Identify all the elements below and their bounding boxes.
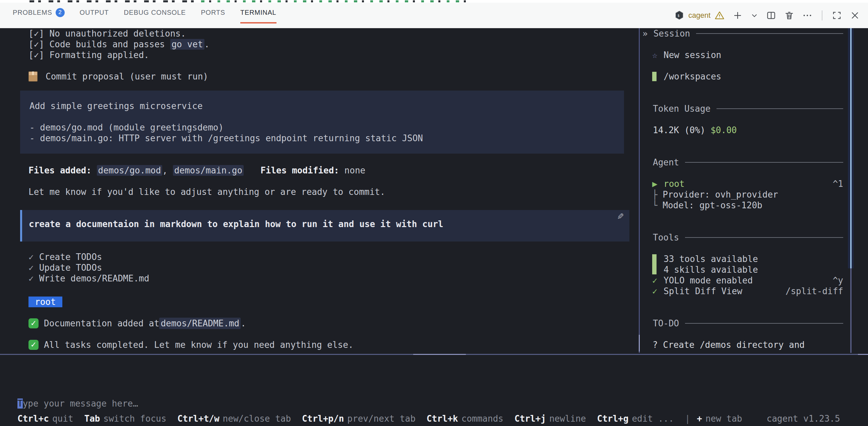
more-actions-button[interactable]: [802, 10, 812, 21]
edit-pencil-icon[interactable]: ✎: [617, 211, 624, 222]
close-panel-button[interactable]: [850, 10, 860, 21]
tab-terminal-label: TERMINAL: [240, 2, 277, 23]
success-check-icon: ✓: [29, 340, 38, 350]
assistant-result-line: ✓All tasks completed. Let me know if you…: [20, 339, 639, 350]
maximize-panel-button[interactable]: [832, 10, 842, 21]
app-version: cagent v1.23.5: [767, 414, 840, 424]
star-icon: ☆: [652, 50, 663, 60]
files-summary-line: Files added: demos/go.mod, demos/main.go…: [20, 165, 639, 176]
section-header-agent: Agent: [640, 157, 843, 168]
section-rule: [685, 323, 843, 324]
package-icon: [29, 72, 37, 82]
terminal-instance-selector[interactable]: $ cagent: [674, 10, 724, 21]
agent-shortcut: ^1: [833, 178, 843, 189]
assistant-result-line: ✓Documentation added at demos/README.md.: [20, 318, 639, 329]
session-sidebar: »Session ☆New session /workspaces Token …: [639, 28, 868, 353]
new-session-button[interactable]: ☆New session: [640, 50, 843, 60]
todo-progress-item: ✓Update TODOs: [20, 262, 639, 273]
todo-progress-item: ✓Write demos/README.md: [20, 273, 639, 284]
tab-ports[interactable]: PORTS: [201, 3, 225, 22]
sidebar-scrollbar-thumb[interactable]: [850, 28, 851, 268]
section-header-session: »Session: [640, 28, 843, 39]
panel-tabs: PROBLEMS2 OUTPUT DEBUG CONSOLE PORTS TER…: [13, 3, 277, 28]
commit-bullet: - demos/main.go: HTTP server with /greet…: [30, 133, 624, 144]
yolo-shortcut: ^y: [833, 275, 843, 286]
text-cursor: T: [18, 398, 23, 408]
check-icon: ✓: [652, 286, 663, 296]
user-message-text: create a documentaion in markdown to exp…: [29, 219, 443, 229]
divider-highlight-segment: [413, 354, 466, 355]
todo-progress-item: ✓Create TODOs: [20, 252, 639, 262]
agent-badge: root: [29, 296, 62, 307]
vscode-terminal-panel: PROBLEMS2 OUTPUT DEBUG CONSOLE PORTS TER…: [0, 0, 868, 426]
terminal-viewport: [✓] No unauthorized deletions. [✓] Code …: [0, 28, 868, 426]
tab-debug-console-label: DEBUG CONSOLE: [124, 2, 186, 23]
tab-debug-console[interactable]: DEBUG CONSOLE: [124, 3, 186, 22]
sidebar-border-highlight: [639, 335, 640, 351]
divider-highlight-segment: [858, 354, 868, 355]
terminal-instance-label: cagent: [688, 11, 711, 20]
section-header-tools: Tools: [640, 232, 843, 243]
sidebar-scrollbar-lower-track: [850, 268, 851, 353]
todo-progress-list: ✓Create TODOs ✓Update TODOs ✓Write demos…: [20, 252, 639, 284]
commit-proposal-heading: Commit proposal (user must run): [20, 71, 639, 82]
tab-terminal[interactable]: TERMINAL: [240, 3, 277, 24]
tools-status-bar: [652, 254, 656, 274]
tab-output[interactable]: OUTPUT: [80, 3, 109, 22]
chat-input-divider: [0, 354, 868, 355]
workspace-session-item[interactable]: /workspaces: [640, 71, 843, 82]
section-header-token-usage: Token Usage: [640, 103, 843, 114]
tools-section: Tools 33 tools available 4 skills availa…: [640, 232, 843, 296]
section-rule: [685, 237, 843, 238]
yolo-mode-toggle[interactable]: ✓YOLO mode enabled^y: [640, 275, 843, 286]
svg-text:$: $: [677, 14, 679, 18]
user-message-box: create a documentaion in markdown to exp…: [20, 210, 629, 242]
split-diff-toggle[interactable]: ✓Split Diff View/split-diff: [640, 286, 843, 296]
section-header-todo: TO-DO: [640, 318, 843, 329]
warning-icon: [714, 10, 724, 21]
todo-list-item[interactable]: ? Create /demos directory and: [640, 339, 843, 350]
check-icon: ✓: [652, 275, 663, 286]
split-diff-command: /split-diff: [785, 286, 843, 296]
section-rule: [685, 162, 843, 163]
success-check-icon: ✓: [29, 318, 38, 329]
tab-problems-label: PROBLEMS: [13, 2, 52, 23]
token-usage-value: 14.2K (0%) $0.00: [640, 125, 843, 136]
agent-provider-line: ├ Provider: ovh_provider: [640, 189, 843, 200]
terminal-dropdown-chevron-icon[interactable]: [751, 12, 758, 19]
section-rule: [716, 108, 843, 109]
commit-proposal-box: Add simple greetings microservice - demo…: [20, 91, 624, 153]
tab-problems[interactable]: PROBLEMS2: [13, 3, 65, 22]
skills-count-line: 4 skills available: [640, 264, 843, 275]
verification-checklist-line: [✓] Formatting applied.: [20, 50, 639, 60]
agent-root-item[interactable]: ▶root^1: [640, 178, 843, 189]
active-session-bar: [652, 72, 656, 81]
cagent-chat-area: [✓] No unauthorized deletions. [✓] Code …: [0, 28, 639, 426]
tools-count-line: 33 tools available: [640, 254, 843, 264]
kill-terminal-button[interactable]: [784, 10, 794, 21]
agent-badge-line: root: [20, 296, 639, 307]
panel-actions: $ cagent: [674, 10, 860, 21]
assistant-message-line: Let me know if you'd like to adjust anyt…: [20, 187, 639, 197]
tab-ports-label: PORTS: [201, 2, 225, 23]
section-rule: [696, 33, 843, 34]
agent-model-line: └ Model: gpt-oss-120b: [640, 200, 843, 211]
message-input[interactable]: Type your message here…: [18, 398, 138, 409]
panel-header: PROBLEMS2 OUTPUT DEBUG CONSOLE PORTS TER…: [0, 3, 868, 28]
keybinding-statusbar: Ctrl+cquitTabswitch focusCtrl+t/wnew/clo…: [18, 414, 840, 424]
actions-divider: [822, 10, 823, 21]
input-placeholder: ype your message here…: [23, 398, 138, 408]
split-terminal-button[interactable]: [766, 10, 776, 21]
verification-checklist-line: [✓] No unauthorized deletions.: [20, 28, 639, 39]
commit-bullet: - demos/go.mod (module greetingsdemo): [30, 122, 624, 133]
triangle-right-icon: ▶: [652, 178, 663, 189]
verification-checklist-line: [✓] Code builds and passes go vet.: [20, 39, 639, 50]
token-cost: $0.00: [711, 125, 737, 136]
new-terminal-button[interactable]: [733, 10, 743, 21]
terminal-hexagon-icon: $: [674, 10, 684, 21]
problems-count-badge: 2: [56, 8, 65, 17]
chevrons-icon: »: [643, 28, 648, 39]
commit-title: Add simple greetings microservice: [30, 101, 624, 111]
tab-output-label: OUTPUT: [80, 2, 109, 23]
